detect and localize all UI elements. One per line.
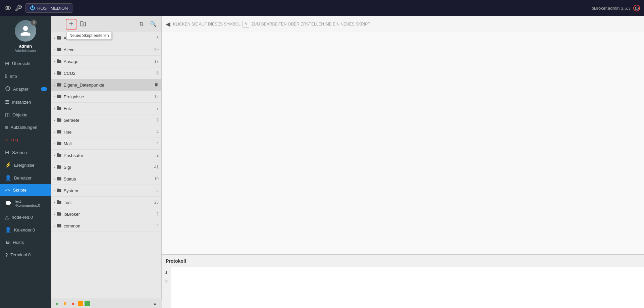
- sidebar-item-adapter[interactable]: Adapter 1: [0, 83, 51, 96]
- user-section: ✕ admin Administrator: [0, 16, 51, 57]
- close-icon[interactable]: ✕: [31, 19, 37, 25]
- color1-button[interactable]: [78, 301, 83, 306]
- sidebar-item-aufzaehlungen[interactable]: ≡ Aufzählungen: [0, 121, 51, 134]
- folder-icon: [56, 82, 62, 88]
- sidebar-item-objekte[interactable]: ◫ Objekte: [0, 108, 51, 121]
- script-folder-system[interactable]: ›System5: [51, 185, 161, 197]
- sidebar-item-log[interactable]: ≡ Log: [0, 134, 51, 146]
- script-folder-test[interactable]: ›Test28: [51, 197, 161, 208]
- sidebar-item-instanzen[interactable]: ☰ Instanzen: [0, 96, 51, 108]
- up-icon: ▲: [153, 301, 157, 306]
- log-sidebar-buttons: ⬇ ≡: [162, 267, 171, 308]
- script-folder-ccu2[interactable]: ›CCU26: [51, 67, 161, 79]
- back-arrow-icon[interactable]: ◀: [166, 20, 170, 28]
- add-icon: +: [69, 20, 73, 28]
- script-folder-mail[interactable]: ›Mail4: [51, 138, 161, 150]
- script-folder-sigi[interactable]: ›Sigi41: [51, 161, 161, 173]
- search-button[interactable]: 🔍: [148, 19, 159, 30]
- sidebar-item-skripte[interactable]: <> Skripte: [0, 184, 51, 196]
- add-folder-button[interactable]: [78, 19, 89, 30]
- play-button[interactable]: ▶: [54, 300, 60, 307]
- folder-name: Mail: [64, 141, 157, 146]
- sidebar-item-terminal[interactable]: ? Terminal.0: [0, 249, 51, 261]
- folder-delete-icon[interactable]: [154, 82, 159, 88]
- sidebar-item-text-kommandos[interactable]: 💬 Text->Kommandos.0: [0, 196, 51, 211]
- sidebar-item-info[interactable]: ℹ Info: [0, 70, 51, 83]
- folder-count: 10: [154, 176, 159, 181]
- top-bar-left: ⏻ HOST MEDION: [4, 3, 72, 13]
- folder-name: Eigene_Datenpunkte: [64, 83, 153, 88]
- sort-button[interactable]: ⇅: [136, 19, 147, 30]
- nav-label-szenen: Szenen: [12, 150, 27, 155]
- folder-chevron-icon: ›: [54, 83, 55, 87]
- folder-icon: [56, 58, 62, 64]
- script-list: ›Astro5›Alexa20›Ansage17›CCU26›Eigene_Da…: [51, 32, 161, 308]
- folder-chevron-icon: ›: [54, 200, 55, 204]
- folder-add-icon: [80, 20, 87, 28]
- sidebar-item-node-red[interactable]: △ node-red.0: [0, 211, 51, 223]
- kalender-icon: 👤: [5, 227, 11, 233]
- script-folder-eigene_datenpunkte[interactable]: ›Eigene_Datenpunkte: [51, 79, 161, 91]
- script-folder-hue[interactable]: ›Hue4: [51, 126, 161, 138]
- script-toolbar: ⋮ + Neues Skript erstellen: [51, 16, 161, 32]
- wrench-icon[interactable]: [15, 4, 22, 12]
- script-folder-ereignisse[interactable]: ›Ereignisse12: [51, 91, 161, 103]
- folder-count: 5: [156, 36, 159, 40]
- folder-name: Ansage: [64, 59, 154, 64]
- folder-chevron-icon: ›: [54, 48, 55, 52]
- user-role: Administrator: [15, 49, 37, 53]
- log-panel: Protokoll ⬇ ≡: [162, 254, 644, 308]
- aufzaehlungen-icon: ≡: [5, 124, 8, 130]
- script-folder-fritz[interactable]: ›Fritz7: [51, 103, 161, 114]
- log-content: ⬇ ≡: [162, 267, 644, 308]
- editor-hint: KLICKEN SIE AUF DIESES SYMBOL ✎ ZUM BEAR…: [173, 21, 370, 28]
- folder-icon: [56, 188, 62, 194]
- editor-header: ◀ KLICKEN SIE AUF DIESES SYMBOL ✎ ZUM BE…: [162, 16, 644, 32]
- instanzen-icon: ☰: [5, 99, 9, 105]
- script-folder-pushsafer[interactable]: ›Pushsafer2: [51, 150, 161, 161]
- folder-icon: [56, 70, 62, 76]
- more-button[interactable]: ⋮: [54, 19, 64, 30]
- editor-area[interactable]: [162, 32, 644, 254]
- host-label: HOST MEDION: [37, 6, 68, 11]
- folder-chevron-icon: ›: [54, 212, 55, 216]
- nav-label-aufzaehlungen: Aufzählungen: [11, 125, 38, 130]
- hosts-icon: 🖥: [5, 240, 10, 245]
- sidebar-item-ereignisse[interactable]: ⚡ Ereignisse: [0, 159, 51, 171]
- script-folder-iobroker[interactable]: ›ioBroker2: [51, 208, 161, 220]
- script-folder-ansage[interactable]: ›Ansage17: [51, 56, 161, 67]
- pause-button[interactable]: ⏸: [62, 300, 68, 307]
- folder-icon: [56, 129, 62, 135]
- sidebar-item-kalender[interactable]: 👤 Kalender.0: [0, 223, 51, 236]
- sidebar-item-uebersicht[interactable]: ⊞ Übersicht: [0, 57, 51, 70]
- script-folder-geraete[interactable]: ›Geraete9: [51, 114, 161, 126]
- folder-name: Alexa: [64, 47, 154, 52]
- script-folder-alexa[interactable]: ›Alexa20: [51, 44, 161, 56]
- folder-name: Fritz: [64, 106, 157, 111]
- user-name: admin: [19, 44, 32, 49]
- sidebar-item-szenen[interactable]: ⊟ Szenen: [0, 146, 51, 159]
- script-folder-common[interactable]: ›common2: [51, 220, 161, 232]
- folder-icon: [56, 94, 62, 100]
- folder-chevron-icon: ›: [54, 130, 55, 134]
- scroll-up-button[interactable]: ▲: [151, 300, 159, 308]
- color2-button[interactable]: [85, 301, 90, 306]
- szenen-icon: ⊟: [5, 149, 9, 155]
- eye-icon[interactable]: [4, 4, 11, 12]
- nav-label-adapter: Adapter: [13, 87, 29, 92]
- folder-chevron-icon: ›: [54, 177, 55, 181]
- add-script-button[interactable]: + Neues Skript erstellen: [66, 19, 76, 30]
- adapter-icon: [5, 86, 10, 92]
- content-area: ⋮ + Neues Skript erstellen: [51, 16, 644, 308]
- sidebar-item-hosts[interactable]: 🖥 Hosts: [0, 236, 51, 249]
- nav-label-objekte: Objekte: [12, 112, 28, 117]
- sidebar-item-benutzer[interactable]: 👤 Benutzer: [0, 171, 51, 184]
- script-folder-status[interactable]: ›Status10: [51, 173, 161, 185]
- stop-icon: ■: [72, 301, 74, 306]
- stop-button[interactable]: ■: [70, 300, 76, 307]
- host-button[interactable]: ⏻ HOST MEDION: [25, 3, 72, 13]
- app-power-icon[interactable]: ⏻: [633, 5, 640, 11]
- log-lines-button[interactable]: ≡: [162, 277, 170, 285]
- power-icon: ⏻: [30, 5, 35, 11]
- log-download-button[interactable]: ⬇: [162, 268, 170, 276]
